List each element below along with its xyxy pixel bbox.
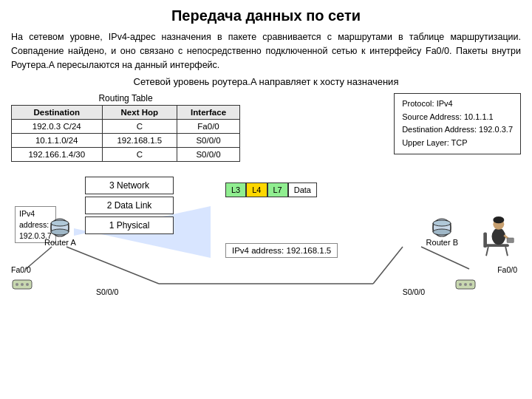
svg-line-4 [421, 247, 469, 269]
page-title: Передача данных по сети [11, 7, 521, 24]
person-section [477, 206, 517, 260]
source-line: Source Address: 10.1.1.1 [402, 111, 513, 124]
switch-left-icon [11, 276, 33, 291]
right-section: Protocol: IPv4 Source Address: 10.1.1.1 … [246, 93, 521, 162]
svg-line-2 [373, 247, 403, 284]
left-section: Routing Table Destination Next Hop Inter… [11, 93, 240, 162]
upper-layer-line: Upper Layer: TCP [402, 137, 513, 150]
svg-point-12 [16, 283, 18, 286]
svg-point-14 [26, 283, 29, 286]
router-b-label: Router B [426, 238, 458, 247]
data-packet: L3 L4 L7 Data [225, 183, 317, 197]
svg-point-19 [433, 229, 451, 235]
router-a-icon [45, 217, 75, 238]
table-cell: 192.0.3 C/24 [12, 120, 103, 134]
s000-left-label: S0/0/0 [96, 287, 118, 296]
table-cell: S0/0/0 [177, 134, 240, 148]
packet-data: Data [288, 183, 317, 197]
svg-point-30 [493, 216, 504, 223]
subtitle-text: Сетевой уровень роутера.A направляет к х… [11, 76, 521, 87]
svg-rect-32 [507, 238, 514, 243]
svg-point-7 [51, 220, 69, 226]
routing-table: Destination Next Hop Interface 192.0.3 C… [11, 105, 240, 162]
svg-line-0 [66, 247, 159, 284]
svg-point-13 [21, 283, 24, 286]
main-diagram: Routing Table Destination Next Hop Inter… [11, 93, 521, 162]
fa00-left-label: Fa0/0 [11, 265, 31, 274]
packet-info-box: Protocol: IPv4 Source Address: 10.1.1.1 … [394, 93, 521, 154]
svg-rect-27 [483, 233, 487, 248]
table-cell: C [102, 120, 177, 134]
packet-l7: L7 [267, 183, 288, 197]
table-cell: C [102, 148, 177, 162]
layer-datalink: 2 Data Link [85, 197, 174, 214]
col-destination: Destination [12, 106, 103, 120]
switch-left [11, 276, 33, 293]
router-b-icon [427, 217, 457, 238]
svg-point-10 [51, 229, 69, 235]
col-interface: Interface [177, 106, 240, 120]
table-row: 10.1.1.0/24192.168.1.5S0/0/0 [12, 134, 240, 148]
routing-table-label: Routing Table [98, 93, 152, 103]
table-cell: Fa0/0 [177, 120, 240, 134]
ipv4-mid-label: IPv4 address: 192.168.1.5 [225, 243, 338, 258]
packet-l3: L3 [225, 183, 246, 197]
layer-physical: 1 Physical [85, 216, 174, 234]
layer-network: 3 Network [85, 177, 174, 194]
s000-right-label: S0/0/0 [403, 287, 425, 296]
table-row: 192.166.1.4/30CS0/0/0 [12, 148, 240, 162]
fa00-right-label: Fa0/0 [497, 265, 517, 274]
network-diagram: IPv4 address: 192.0.3.7 3 Network 2 Data… [11, 169, 521, 317]
svg-point-28 [492, 228, 506, 245]
svg-point-22 [464, 283, 467, 286]
router-b-section: Router B [426, 217, 458, 247]
intro-text: На сетевом уровне, IPv4-адрес назначения… [11, 30, 521, 72]
protocol-line: Protocol: IPv4 [402, 98, 513, 111]
switch-right [454, 276, 477, 293]
destination-line: Destination Address: 192.0.3.7 [402, 123, 513, 137]
table-cell: 192.168.1.5 [102, 134, 177, 148]
table-cell: 10.1.1.0/24 [12, 134, 103, 148]
switch-right-icon [454, 276, 477, 291]
table-cell: S0/0/0 [177, 148, 240, 162]
svg-point-16 [433, 220, 451, 226]
router-a-label: Router A [44, 238, 76, 247]
packet-l4: L4 [246, 183, 267, 197]
table-row: 192.0.3 C/24CFa0/0 [12, 120, 240, 134]
svg-point-21 [459, 283, 462, 286]
layers-stack: 3 Network 2 Data Link 1 Physical [85, 177, 174, 234]
svg-point-23 [469, 283, 472, 286]
col-nexthop: Next Hop [102, 106, 177, 120]
svg-line-26 [505, 247, 508, 256]
router-a-section: Router A [44, 217, 76, 247]
svg-line-25 [486, 247, 488, 256]
person-icon [477, 206, 517, 258]
table-cell: 192.166.1.4/30 [12, 148, 103, 162]
